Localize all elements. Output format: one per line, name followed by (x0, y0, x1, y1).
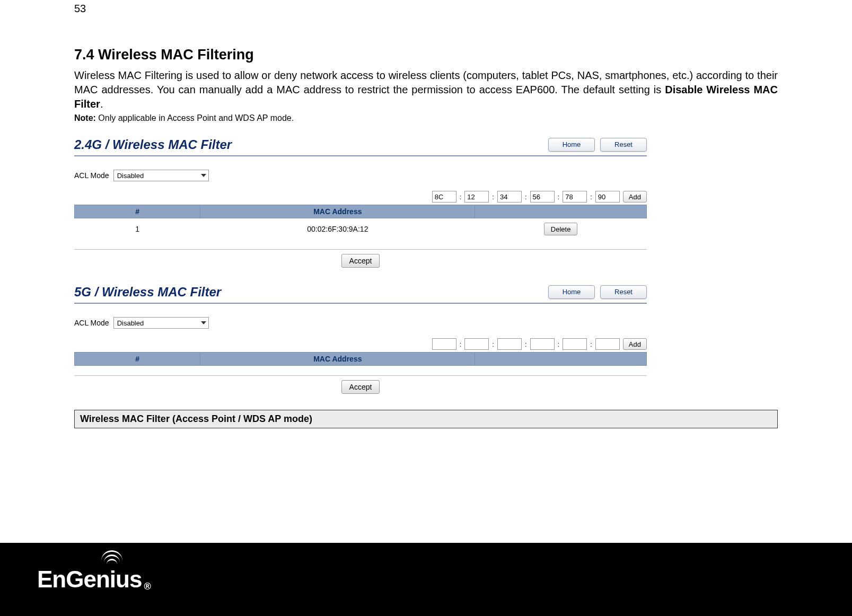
mac-sep: : (558, 193, 560, 201)
mac-sep: : (525, 193, 527, 201)
th-action (475, 205, 647, 218)
page: 53 7.4 Wireless MAC Filtering Wireless M… (0, 0, 852, 616)
mac-octet-4[interactable] (530, 191, 555, 203)
mac-sep: : (590, 340, 592, 348)
panel-buttons-24g: Home Reset (548, 138, 647, 152)
table-header-row: # MAC Address (75, 353, 647, 366)
panel-header-5g: 5G / Wireless MAC Filter Home Reset (74, 284, 647, 304)
acl-row-24g: ACL Mode Disabled (74, 170, 647, 181)
note-label: Note: (74, 113, 96, 122)
mac-octet-5[interactable] (563, 338, 587, 350)
mac-octet-6[interactable] (595, 338, 620, 350)
panel-title-24g: 2.4G / Wireless MAC Filter (74, 137, 232, 152)
logo-text-i: i (110, 566, 116, 592)
mac-sep: : (460, 193, 462, 201)
chevron-down-icon (201, 174, 206, 177)
mac-octet-1[interactable] (432, 191, 456, 203)
panel-buttons-5g: Home Reset (548, 285, 647, 299)
acl-row-5g: ACL Mode Disabled (74, 317, 647, 329)
reset-button[interactable]: Reset (600, 285, 647, 299)
mac-octet-3[interactable] (497, 191, 522, 203)
caption-box: Wireless MAC Filter (Access Point / WDS … (74, 410, 778, 428)
divider (74, 249, 647, 250)
accept-button[interactable]: Accept (341, 380, 380, 394)
acl-mode-select[interactable]: Disabled (113, 170, 209, 181)
mac-octet-6[interactable] (595, 191, 620, 203)
logo-text-pre: EnGen (37, 566, 110, 593)
body-paragraph: Wireless MAC Filtering is used to allow … (74, 68, 778, 111)
mac-sep: : (525, 340, 527, 348)
panel-header-24g: 2.4G / Wireless MAC Filter Home Reset (74, 136, 647, 156)
add-button[interactable]: Add (623, 191, 647, 203)
mac-octet-2[interactable] (464, 191, 489, 203)
th-number: # (75, 205, 200, 218)
table-row: 1 00:02:6F:30:9A:12 Delete (75, 218, 647, 240)
th-mac: MAC Address (200, 353, 475, 366)
mac-table-24g: # MAC Address 1 00:02:6F:30:9A:12 Delete (74, 205, 647, 240)
accept-row-24g: Accept (74, 254, 647, 268)
mac-sep: : (590, 193, 592, 201)
mac-octet-5[interactable] (563, 191, 587, 203)
section-heading: 7.4 Wireless MAC Filtering (74, 47, 778, 63)
mac-table-5g: # MAC Address (74, 352, 647, 366)
mac-octet-2[interactable] (464, 338, 489, 350)
add-button[interactable]: Add (623, 338, 647, 350)
mac-octet-1[interactable] (432, 338, 456, 350)
logo-text-post: us (116, 566, 142, 593)
mac-octet-3[interactable] (497, 338, 522, 350)
accept-button[interactable]: Accept (341, 254, 380, 268)
accept-row-5g: Accept (74, 380, 647, 394)
registered-icon: ® (144, 581, 150, 592)
reset-button[interactable]: Reset (600, 138, 647, 152)
th-mac: MAC Address (200, 205, 475, 218)
engenius-logo: EnGen i us® (37, 566, 148, 593)
home-button[interactable]: Home (548, 138, 595, 152)
home-button[interactable]: Home (548, 285, 595, 299)
panel-title-5g: 5G / Wireless MAC Filter (74, 285, 221, 300)
chevron-down-icon (201, 321, 206, 324)
acl-mode-value: Disabled (117, 172, 144, 180)
mac-input-row-24g: : : : : : Add (74, 191, 647, 203)
mac-sep: : (558, 340, 560, 348)
logo-i-with-wifi: i (110, 566, 116, 593)
row-mac: 00:02:6F:30:9A:12 (200, 218, 475, 240)
acl-mode-label: ACL Mode (74, 319, 109, 327)
row-number: 1 (75, 218, 200, 240)
th-action (475, 353, 647, 366)
body-post: . (100, 98, 103, 110)
acl-mode-select[interactable]: Disabled (113, 317, 209, 329)
panel-5g: 5G / Wireless MAC Filter Home Reset ACL … (74, 284, 647, 394)
page-number: 53 (74, 3, 778, 15)
th-number: # (75, 353, 200, 366)
note-body: Only applicable in Access Point and WDS … (96, 113, 294, 122)
divider (74, 375, 647, 376)
acl-mode-label: ACL Mode (74, 171, 109, 180)
acl-mode-value: Disabled (117, 319, 144, 327)
panel-24g: 2.4G / Wireless MAC Filter Home Reset AC… (74, 136, 647, 268)
delete-button[interactable]: Delete (544, 223, 578, 235)
note: Note: Only applicable in Access Point an… (74, 113, 778, 123)
content-area: 53 7.4 Wireless MAC Filtering Wireless M… (0, 0, 852, 428)
mac-sep: : (492, 193, 494, 201)
mac-octet-4[interactable] (530, 338, 555, 350)
mac-sep: : (460, 340, 462, 348)
mac-input-row-5g: : : : : : Add (74, 338, 647, 350)
table-header-row: # MAC Address (75, 205, 647, 218)
row-action: Delete (475, 218, 647, 240)
mac-sep: : (492, 340, 494, 348)
footer-bar: EnGen i us® (0, 543, 852, 616)
